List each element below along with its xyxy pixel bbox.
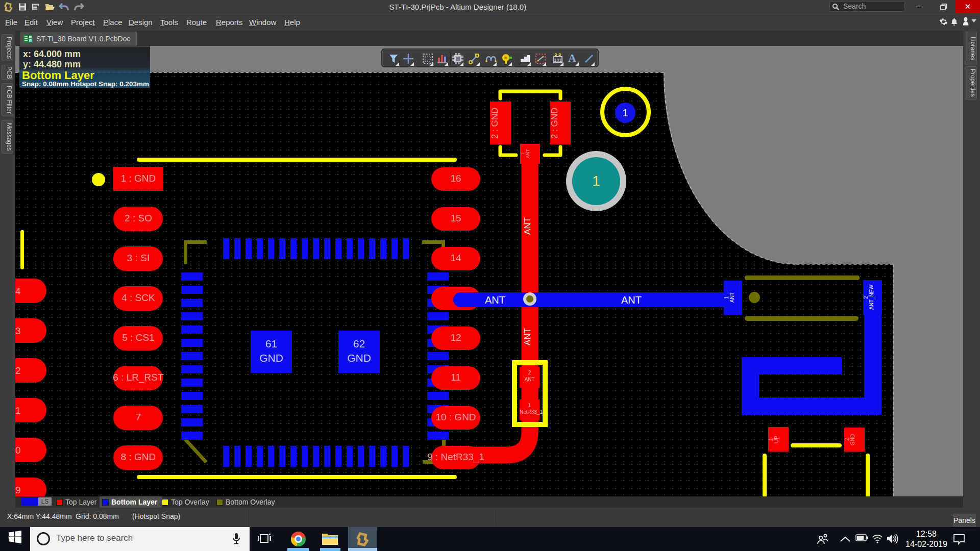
svg-text:101: 101 [554,58,561,63]
